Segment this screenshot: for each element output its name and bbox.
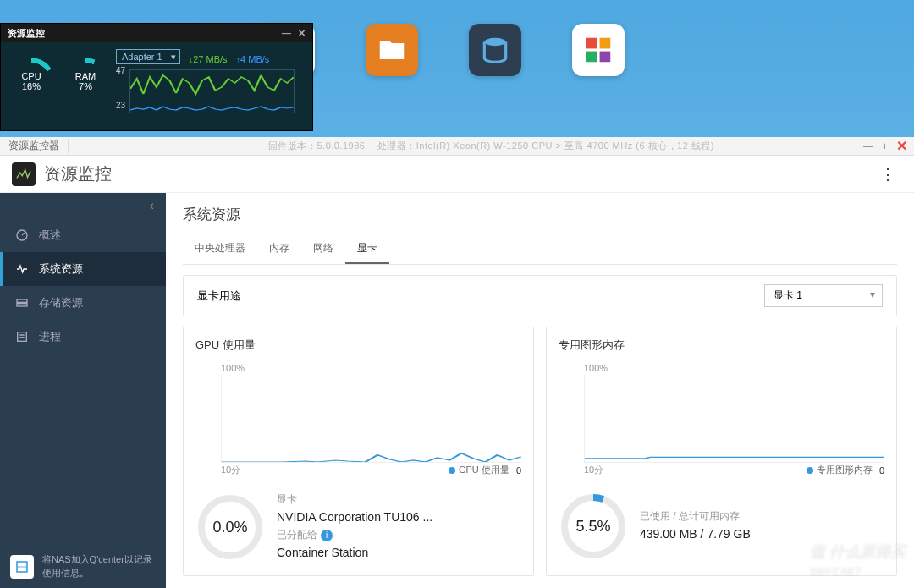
ram-gauge: RAM7% bbox=[62, 58, 109, 105]
gpu-usage-chart: 100% 10分 GPU 使用量0 bbox=[195, 360, 521, 486]
more-menu-icon[interactable]: ⋮ bbox=[873, 162, 902, 187]
svg-rect-1 bbox=[586, 38, 597, 49]
tabs: 中央处理器 内存 网络 显卡 bbox=[183, 234, 897, 265]
panel-label: 显卡用途 bbox=[197, 289, 241, 304]
resource-widget[interactable]: 资源监控 — ✕ CPU16% RAM7% Adapter 1 ↓27 MB/s… bbox=[0, 23, 313, 131]
content-title: 系统资源 bbox=[183, 205, 897, 224]
sidebar-item-storage[interactable]: 存储资源 bbox=[0, 286, 166, 320]
gpu-memory-chart: 100% 10分 专用图形内存0 bbox=[559, 360, 884, 486]
memory-usage: 439.00 MB / 7.79 GB bbox=[640, 525, 751, 543]
sidebar-collapse-icon[interactable]: ‹ bbox=[0, 193, 166, 218]
svg-point-0 bbox=[484, 38, 505, 47]
svg-rect-2 bbox=[600, 38, 611, 49]
minimize-icon[interactable]: — bbox=[282, 28, 291, 39]
list-icon bbox=[15, 330, 29, 343]
app-title: 资源监控 bbox=[44, 162, 112, 185]
sidebar-item-label: 概述 bbox=[39, 228, 61, 243]
download-speed: ↓27 MB/s bbox=[189, 54, 228, 64]
window-close-icon[interactable]: ✕ bbox=[896, 138, 907, 154]
card-title: 专用图形内存 bbox=[559, 338, 884, 353]
tab-cpu[interactable]: 中央处理器 bbox=[183, 234, 257, 264]
widget-title: 资源监控 bbox=[8, 27, 45, 40]
gpu-select[interactable]: 显卡 1 bbox=[764, 284, 883, 307]
qcenter-icon bbox=[10, 555, 34, 579]
breadcrumb-label: 资源监控器 bbox=[0, 139, 69, 153]
window-maximize-icon[interactable]: + bbox=[882, 140, 888, 152]
sidebar-item-processes[interactable]: 进程 bbox=[0, 320, 166, 354]
gpu-assigned: Container Station bbox=[277, 543, 432, 562]
sidebar-item-system-resources[interactable]: 系统资源 bbox=[0, 252, 166, 286]
card-title: GPU 使用量 bbox=[195, 338, 521, 353]
dashboard-icon bbox=[15, 228, 29, 242]
sidebar-item-label: 进程 bbox=[39, 329, 61, 344]
disk-icon bbox=[15, 296, 29, 310]
sidebar-footer[interactable]: 将NAS加入Q'center以记录使用信息。 bbox=[0, 545, 166, 588]
tab-gpu[interactable]: 显卡 bbox=[345, 234, 389, 264]
sidebar: ‹ 概述 系统资源 存储资源 进程 将NAS加入Q'center以记录使用信息。 bbox=[0, 193, 166, 588]
network-graph bbox=[129, 69, 295, 113]
system-info: 固件版本：5.0.0.1986 处理器：Intel(R) Xeon(R) W-1… bbox=[119, 140, 863, 152]
sidebar-item-label: 系统资源 bbox=[39, 261, 83, 277]
info-icon[interactable]: i bbox=[321, 530, 333, 541]
gpu-usage-donut: 0.0% bbox=[195, 492, 265, 562]
tab-memory[interactable]: 内存 bbox=[257, 234, 301, 264]
svg-rect-3 bbox=[586, 52, 597, 63]
resource-monitor-app: 资源监控 ⋮ ‹ 概述 系统资源 存储资源 进程 将 bbox=[0, 156, 914, 588]
pulse-icon bbox=[15, 262, 29, 276]
window-minimize-icon[interactable]: — bbox=[863, 140, 873, 152]
window-titlebar: 资源监控器 固件版本：5.0.0.1986 处理器：Intel(R) Xeon(… bbox=[0, 137, 914, 156]
gpu-memory-donut: 5.5% bbox=[559, 492, 628, 561]
upload-speed: ↑4 MB/s bbox=[236, 54, 270, 64]
svg-rect-4 bbox=[600, 52, 611, 63]
app-icon bbox=[12, 162, 36, 186]
taskbar-appcenter-icon[interactable] bbox=[572, 24, 625, 76]
svg-rect-7 bbox=[17, 304, 27, 306]
gpu-usage-panel: 显卡用途 显卡 1 bbox=[183, 275, 897, 316]
gpu-memory-card: 专用图形内存 100% 10分 专用图形内存0 bbox=[546, 327, 897, 576]
sidebar-item-label: 存储资源 bbox=[39, 295, 83, 310]
adapter-select[interactable]: Adapter 1 bbox=[116, 49, 180, 64]
taskbar-file-station-icon[interactable] bbox=[366, 24, 418, 76]
cpu-gauge: CPU16% bbox=[8, 58, 55, 105]
gpu-usage-card: GPU 使用量 100% 10分 GPU 使用量0 bbox=[183, 327, 534, 576]
sidebar-item-overview[interactable]: 概述 bbox=[0, 218, 166, 252]
taskbar-storage-icon[interactable] bbox=[469, 24, 521, 76]
svg-rect-6 bbox=[17, 299, 27, 302]
close-icon[interactable]: ✕ bbox=[298, 28, 306, 39]
watermark: 值 什么原得买SMYZ.NET bbox=[810, 541, 906, 580]
tab-network[interactable]: 网络 bbox=[301, 234, 345, 264]
content-area: 系统资源 中央处理器 内存 网络 显卡 显卡用途 显卡 1 GPU 使用量 10… bbox=[166, 193, 914, 588]
gpu-name: NVIDIA Corporation TU106 ... bbox=[277, 508, 432, 526]
